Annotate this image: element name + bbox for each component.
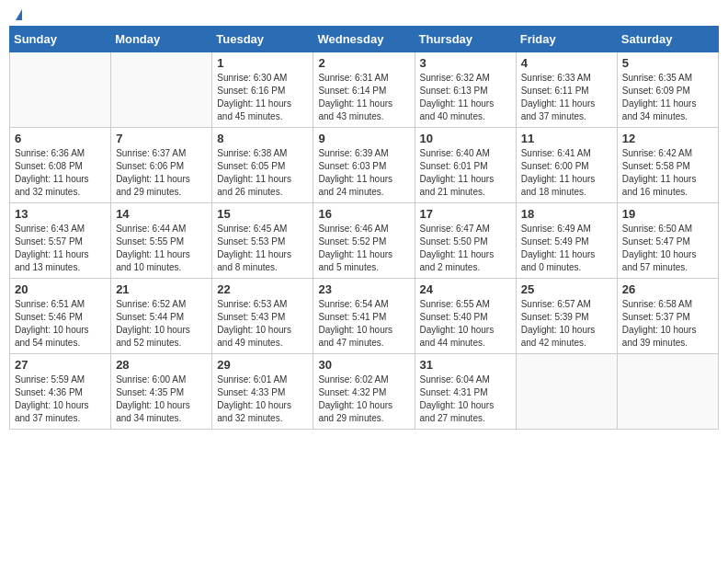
day-info: Sunrise: 6:53 AM Sunset: 5:43 PM Dayligh… bbox=[217, 298, 308, 350]
calendar-day-cell: 30Sunrise: 6:02 AM Sunset: 4:32 PM Dayli… bbox=[313, 354, 415, 430]
calendar-day-cell: 22Sunrise: 6:53 AM Sunset: 5:43 PM Dayli… bbox=[212, 279, 313, 354]
day-number: 24 bbox=[420, 282, 511, 296]
day-info: Sunrise: 6:51 AM Sunset: 5:46 PM Dayligh… bbox=[15, 298, 106, 350]
calendar-day-cell: 12Sunrise: 6:42 AM Sunset: 5:58 PM Dayli… bbox=[617, 128, 718, 203]
day-info: Sunrise: 6:31 AM Sunset: 6:14 PM Dayligh… bbox=[318, 72, 409, 123]
day-info: Sunrise: 6:54 AM Sunset: 5:41 PM Dayligh… bbox=[318, 298, 409, 350]
day-number: 17 bbox=[420, 207, 511, 221]
day-number: 31 bbox=[420, 358, 511, 372]
calendar-day-cell: 5Sunrise: 6:35 AM Sunset: 6:09 PM Daylig… bbox=[617, 52, 718, 128]
day-info: Sunrise: 6:44 AM Sunset: 5:55 PM Dayligh… bbox=[116, 223, 207, 274]
day-number: 23 bbox=[318, 282, 409, 296]
day-info: Sunrise: 6:39 AM Sunset: 6:03 PM Dayligh… bbox=[318, 147, 409, 199]
calendar-week-row: 6Sunrise: 6:36 AM Sunset: 6:08 PM Daylig… bbox=[10, 128, 719, 203]
calendar-day-cell: 3Sunrise: 6:32 AM Sunset: 6:13 PM Daylig… bbox=[415, 52, 516, 128]
day-info: Sunrise: 6:35 AM Sunset: 6:09 PM Dayligh… bbox=[622, 72, 713, 123]
day-number: 3 bbox=[420, 56, 511, 70]
day-number: 1 bbox=[217, 56, 308, 70]
calendar-day-cell bbox=[617, 354, 718, 430]
day-info: Sunrise: 6:40 AM Sunset: 6:01 PM Dayligh… bbox=[420, 147, 511, 199]
day-info: Sunrise: 6:00 AM Sunset: 4:35 PM Dayligh… bbox=[116, 373, 207, 425]
day-of-week-header: Sunday bbox=[10, 27, 111, 52]
calendar-day-cell: 19Sunrise: 6:50 AM Sunset: 5:47 PM Dayli… bbox=[617, 203, 718, 279]
calendar-week-row: 27Sunrise: 5:59 AM Sunset: 4:36 PM Dayli… bbox=[10, 354, 719, 430]
day-info: Sunrise: 6:45 AM Sunset: 5:53 PM Dayligh… bbox=[217, 223, 308, 274]
day-number: 26 bbox=[622, 282, 713, 296]
calendar-day-cell: 2Sunrise: 6:31 AM Sunset: 6:14 PM Daylig… bbox=[313, 52, 415, 128]
day-number: 7 bbox=[116, 132, 207, 145]
day-number: 29 bbox=[217, 358, 308, 372]
day-number: 25 bbox=[521, 282, 612, 296]
calendar-week-row: 20Sunrise: 6:51 AM Sunset: 5:46 PM Dayli… bbox=[10, 279, 719, 354]
calendar-day-cell: 29Sunrise: 6:01 AM Sunset: 4:33 PM Dayli… bbox=[212, 354, 313, 430]
day-info: Sunrise: 6:42 AM Sunset: 5:58 PM Dayligh… bbox=[622, 147, 713, 199]
calendar-day-cell: 14Sunrise: 6:44 AM Sunset: 5:55 PM Dayli… bbox=[111, 203, 212, 279]
calendar-day-cell: 13Sunrise: 6:43 AM Sunset: 5:57 PM Dayli… bbox=[10, 203, 111, 279]
day-number: 4 bbox=[521, 56, 612, 70]
day-of-week-header: Monday bbox=[111, 27, 212, 52]
calendar-day-cell: 8Sunrise: 6:38 AM Sunset: 6:05 PM Daylig… bbox=[212, 128, 313, 203]
calendar-week-row: 1Sunrise: 6:30 AM Sunset: 6:16 PM Daylig… bbox=[10, 52, 719, 128]
day-info: Sunrise: 6:30 AM Sunset: 6:16 PM Dayligh… bbox=[217, 72, 308, 123]
calendar-day-cell: 26Sunrise: 6:58 AM Sunset: 5:37 PM Dayli… bbox=[617, 279, 718, 354]
day-info: Sunrise: 6:02 AM Sunset: 4:32 PM Dayligh… bbox=[318, 373, 409, 425]
day-number: 30 bbox=[318, 358, 409, 372]
day-number: 20 bbox=[15, 282, 106, 296]
calendar-day-cell: 7Sunrise: 6:37 AM Sunset: 6:06 PM Daylig… bbox=[111, 128, 212, 203]
day-info: Sunrise: 6:33 AM Sunset: 6:11 PM Dayligh… bbox=[521, 72, 612, 123]
day-number: 11 bbox=[521, 132, 612, 145]
calendar-day-cell: 15Sunrise: 6:45 AM Sunset: 5:53 PM Dayli… bbox=[212, 203, 313, 279]
calendar-day-cell bbox=[10, 52, 111, 128]
day-number: 10 bbox=[420, 132, 511, 145]
calendar-day-cell bbox=[516, 354, 617, 430]
day-number: 22 bbox=[217, 282, 308, 296]
day-info: Sunrise: 6:47 AM Sunset: 5:50 PM Dayligh… bbox=[420, 223, 511, 274]
calendar-day-cell: 23Sunrise: 6:54 AM Sunset: 5:41 PM Dayli… bbox=[313, 279, 415, 354]
day-info: Sunrise: 6:38 AM Sunset: 6:05 PM Dayligh… bbox=[217, 147, 308, 199]
day-info: Sunrise: 5:59 AM Sunset: 4:36 PM Dayligh… bbox=[15, 373, 106, 425]
calendar-day-cell: 9Sunrise: 6:39 AM Sunset: 6:03 PM Daylig… bbox=[313, 128, 415, 203]
day-info: Sunrise: 6:01 AM Sunset: 4:33 PM Dayligh… bbox=[217, 373, 308, 425]
day-info: Sunrise: 6:46 AM Sunset: 5:52 PM Dayligh… bbox=[318, 223, 409, 274]
calendar-week-row: 13Sunrise: 6:43 AM Sunset: 5:57 PM Dayli… bbox=[10, 203, 719, 279]
day-of-week-header: Tuesday bbox=[212, 27, 313, 52]
calendar-day-cell: 16Sunrise: 6:46 AM Sunset: 5:52 PM Dayli… bbox=[313, 203, 415, 279]
calendar-day-cell: 4Sunrise: 6:33 AM Sunset: 6:11 PM Daylig… bbox=[516, 52, 617, 128]
day-number: 6 bbox=[15, 132, 106, 145]
day-number: 21 bbox=[116, 282, 207, 296]
day-number: 14 bbox=[116, 207, 207, 221]
day-info: Sunrise: 6:32 AM Sunset: 6:13 PM Dayligh… bbox=[420, 72, 511, 123]
day-info: Sunrise: 6:04 AM Sunset: 4:31 PM Dayligh… bbox=[420, 373, 511, 425]
day-number: 9 bbox=[318, 132, 409, 145]
calendar-day-cell: 6Sunrise: 6:36 AM Sunset: 6:08 PM Daylig… bbox=[10, 128, 111, 203]
logo-triangle-icon bbox=[16, 9, 22, 20]
calendar-header-row: SundayMondayTuesdayWednesdayThursdayFrid… bbox=[10, 27, 719, 52]
calendar-day-cell: 31Sunrise: 6:04 AM Sunset: 4:31 PM Dayli… bbox=[415, 354, 516, 430]
calendar-table: SundayMondayTuesdayWednesdayThursdayFrid… bbox=[9, 26, 719, 430]
day-info: Sunrise: 6:55 AM Sunset: 5:40 PM Dayligh… bbox=[420, 298, 511, 350]
day-info: Sunrise: 6:36 AM Sunset: 6:08 PM Dayligh… bbox=[15, 147, 106, 199]
day-number: 12 bbox=[622, 132, 713, 145]
calendar-day-cell: 18Sunrise: 6:49 AM Sunset: 5:49 PM Dayli… bbox=[516, 203, 617, 279]
day-number: 19 bbox=[622, 207, 713, 221]
day-info: Sunrise: 6:57 AM Sunset: 5:39 PM Dayligh… bbox=[521, 298, 612, 350]
day-of-week-header: Thursday bbox=[415, 27, 516, 52]
calendar-day-cell bbox=[111, 52, 212, 128]
calendar-day-cell: 11Sunrise: 6:41 AM Sunset: 6:00 PM Dayli… bbox=[516, 128, 617, 203]
calendar-day-cell: 17Sunrise: 6:47 AM Sunset: 5:50 PM Dayli… bbox=[415, 203, 516, 279]
day-number: 18 bbox=[521, 207, 612, 221]
calendar-day-cell: 28Sunrise: 6:00 AM Sunset: 4:35 PM Dayli… bbox=[111, 354, 212, 430]
day-of-week-header: Wednesday bbox=[313, 27, 415, 52]
calendar-day-cell: 20Sunrise: 6:51 AM Sunset: 5:46 PM Dayli… bbox=[10, 279, 111, 354]
day-number: 27 bbox=[15, 358, 106, 372]
day-number: 16 bbox=[318, 207, 409, 221]
calendar-day-cell: 21Sunrise: 6:52 AM Sunset: 5:44 PM Dayli… bbox=[111, 279, 212, 354]
calendar-day-cell: 27Sunrise: 5:59 AM Sunset: 4:36 PM Dayli… bbox=[10, 354, 111, 430]
day-number: 8 bbox=[217, 132, 308, 145]
calendar-day-cell: 10Sunrise: 6:40 AM Sunset: 6:01 PM Dayli… bbox=[415, 128, 516, 203]
day-number: 5 bbox=[622, 56, 713, 70]
day-info: Sunrise: 6:43 AM Sunset: 5:57 PM Dayligh… bbox=[15, 223, 106, 274]
day-info: Sunrise: 6:52 AM Sunset: 5:44 PM Dayligh… bbox=[116, 298, 207, 350]
day-number: 2 bbox=[318, 56, 409, 70]
day-info: Sunrise: 6:49 AM Sunset: 5:49 PM Dayligh… bbox=[521, 223, 612, 274]
